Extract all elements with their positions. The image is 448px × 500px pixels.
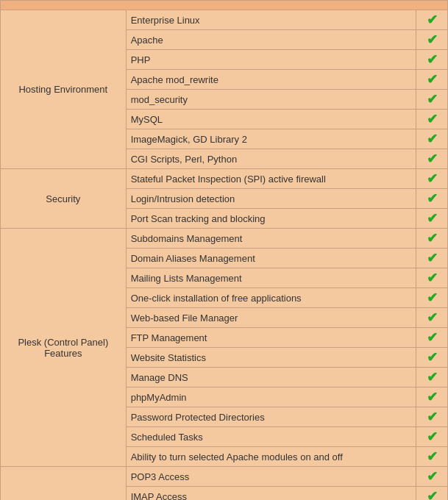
check-cell: ✔ (416, 268, 448, 288)
category-cell: Hosting Environment (1, 10, 127, 169)
table-row: Hosting EnvironmentEnterprise Linux✔ (1, 10, 448, 30)
checkmark-icon: ✔ (427, 112, 438, 126)
feature-cell: Web-based File Manager (126, 308, 416, 328)
table-header (1, 1, 448, 10)
feature-cell: Mailing Lists Management (126, 268, 416, 288)
feature-cell: CGI Scripts, Perl, Python (126, 149, 416, 169)
feature-cell: One-click installation of free applicati… (126, 288, 416, 308)
check-cell: ✔ (416, 249, 448, 268)
feature-cell: FTP Management (126, 328, 416, 348)
check-cell: ✔ (416, 368, 448, 388)
checkmark-icon: ✔ (427, 390, 438, 404)
checkmark-icon: ✔ (427, 132, 438, 146)
check-cell: ✔ (416, 308, 448, 328)
technical-features-table: Hosting EnvironmentEnterprise Linux✔Apac… (0, 0, 448, 500)
feature-cell: Apache (126, 30, 416, 50)
feature-cell: PHP (126, 50, 416, 70)
checkmark-icon: ✔ (427, 171, 438, 186)
feature-cell: Stateful Packet Inspection (SPI) active … (126, 169, 416, 189)
check-cell: ✔ (416, 189, 448, 209)
checkmark-icon: ✔ (427, 231, 438, 246)
check-cell: ✔ (416, 407, 448, 427)
table-row: Plesk (Control Panel) FeaturesSubdomains… (1, 229, 448, 249)
checkmark-icon: ✔ (427, 32, 438, 47)
feature-cell: phpMyAdmin (126, 388, 416, 407)
category-cell: Security (1, 169, 127, 229)
feature-cell: Subdomains Management (126, 229, 416, 249)
checkmark-icon: ✔ (427, 350, 438, 365)
checkmark-icon: ✔ (427, 429, 438, 444)
checkmark-icon: ✔ (427, 370, 438, 385)
check-cell: ✔ (416, 229, 448, 249)
feature-cell: Apache mod_rewrite (126, 70, 416, 90)
check-cell: ✔ (416, 50, 448, 70)
feature-cell: Login/Intrusion detection (126, 189, 416, 209)
feature-cell: Port Scan tracking and blocking (126, 209, 416, 229)
check-cell: ✔ (416, 209, 448, 229)
checkmark-icon: ✔ (427, 469, 438, 484)
category-cell: Email (1, 467, 127, 501)
feature-cell: ImageMagick, GD Library 2 (126, 129, 416, 149)
check-cell: ✔ (416, 288, 448, 308)
check-cell: ✔ (416, 328, 448, 348)
feature-cell: Manage DNS (126, 368, 416, 388)
check-cell: ✔ (416, 447, 448, 467)
feature-cell: MySQL (126, 110, 416, 129)
check-cell: ✔ (416, 169, 448, 189)
check-cell: ✔ (416, 149, 448, 169)
feature-cell: POP3 Access (126, 467, 416, 487)
check-cell: ✔ (416, 10, 448, 30)
checkmark-icon: ✔ (427, 72, 438, 87)
table-row: EmailPOP3 Access✔ (1, 467, 448, 487)
checkmark-icon: ✔ (427, 290, 438, 305)
feature-cell: Password Protected Directories (126, 407, 416, 427)
feature-cell: Website Statistics (126, 348, 416, 368)
checkmark-icon: ✔ (427, 151, 438, 166)
check-cell: ✔ (416, 467, 448, 487)
check-cell: ✔ (416, 110, 448, 129)
check-cell: ✔ (416, 70, 448, 90)
check-cell: ✔ (416, 388, 448, 407)
checkmark-icon: ✔ (427, 251, 438, 265)
feature-cell: Enterprise Linux (126, 10, 416, 30)
check-cell: ✔ (416, 487, 448, 501)
feature-cell: mod_security (126, 90, 416, 110)
feature-cell: Domain Aliases Management (126, 249, 416, 268)
check-cell: ✔ (416, 427, 448, 447)
check-cell: ✔ (416, 129, 448, 149)
checkmark-icon: ✔ (427, 330, 438, 345)
check-cell: ✔ (416, 348, 448, 368)
table-title (1, 1, 448, 10)
feature-cell: IMAP Access (126, 487, 416, 501)
checkmark-icon: ✔ (427, 12, 438, 27)
checkmark-icon: ✔ (427, 191, 438, 206)
checkmark-icon: ✔ (427, 271, 438, 285)
feature-cell: Scheduled Tasks (126, 427, 416, 447)
checkmark-icon: ✔ (427, 92, 438, 107)
checkmark-icon: ✔ (427, 449, 438, 464)
check-cell: ✔ (416, 30, 448, 50)
feature-cell: Ability to turn selected Apache modules … (126, 447, 416, 467)
category-cell: Plesk (Control Panel) Features (1, 229, 127, 467)
checkmark-icon: ✔ (427, 489, 438, 500)
table-row: SecurityStateful Packet Inspection (SPI)… (1, 169, 448, 189)
checkmark-icon: ✔ (427, 410, 438, 424)
check-cell: ✔ (416, 90, 448, 110)
checkmark-icon: ✔ (427, 310, 438, 325)
checkmark-icon: ✔ (427, 211, 438, 226)
checkmark-icon: ✔ (427, 52, 438, 67)
